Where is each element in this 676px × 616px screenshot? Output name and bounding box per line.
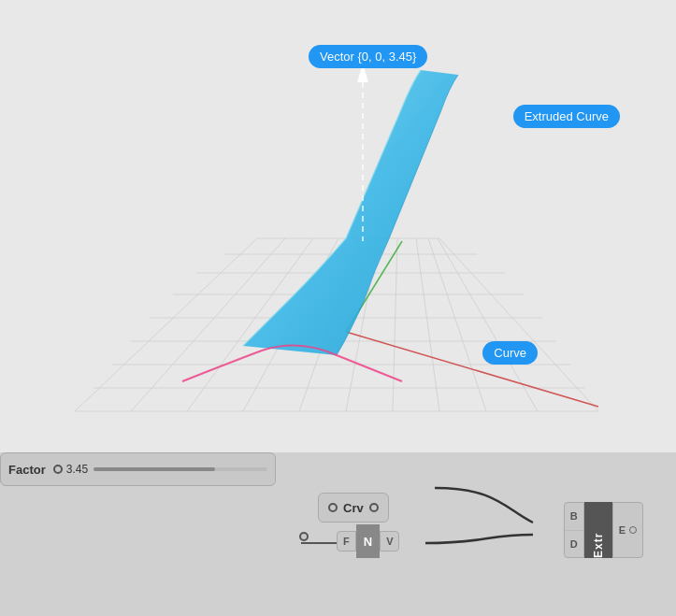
factor-label: Factor [8,463,46,477]
n-label: N [356,524,380,558]
svg-line-20 [346,332,598,407]
extr-e-port: E [612,502,643,558]
n-v-port: V [380,531,399,552]
factor-output-port [299,532,309,541]
extr-output-dot [629,526,637,534]
crv-left-port [328,503,338,512]
3d-viewport[interactable]: Vector {0, 0, 3.45} Extruded Curve Curve [0,0,676,458]
svg-line-9 [75,238,257,411]
extr-e-label: E [619,524,626,536]
factor-slider[interactable] [93,467,267,471]
n-node[interactable]: F N V [337,524,399,558]
svg-line-19 [439,238,598,411]
curve-tooltip: Curve [482,341,538,365]
svg-line-17 [428,238,486,411]
vector-label: Vector {0, 0, 3.45} [320,50,416,64]
extruded-tooltip: Extruded Curve [513,105,620,128]
svg-line-18 [438,238,538,411]
extr-left-ports: B D [564,502,584,558]
svg-line-16 [416,238,439,411]
extr-d-port: D [565,531,583,558]
crv-label: Crv [343,501,364,515]
curve-label: Curve [494,346,526,360]
svg-line-15 [393,238,397,411]
crv-node[interactable]: Crv [318,493,389,523]
factor-port-circle [53,465,63,474]
node-graph: Factor 3.45 Crv F N V B D Extr E [0,452,676,616]
n-f-port: F [337,531,356,552]
extr-label: Extr [584,502,612,558]
extr-b-port: B [565,503,583,531]
crv-right-port [369,503,379,512]
extruded-label: Extruded Curve [525,109,609,123]
vector-tooltip: Vector {0, 0, 3.45} [309,45,427,68]
svg-line-10 [131,238,285,411]
factor-value: 3.45 [66,463,88,476]
extr-node[interactable]: B D Extr E [564,502,643,558]
3d-scene [0,0,676,458]
factor-node[interactable]: Factor 3.45 [0,452,276,486]
slider-fill [93,467,215,471]
